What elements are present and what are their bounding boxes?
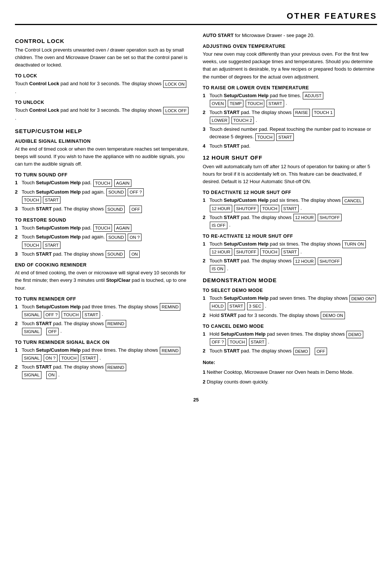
kbd-touch4: TOUCH	[22, 241, 41, 249]
kbd-touch5: TOUCH	[62, 311, 81, 318]
kbd-start: START	[43, 196, 60, 204]
section-setup-custom: SETUP/CUSTOM HELP	[15, 128, 189, 134]
kbd-off: OFF	[130, 206, 142, 213]
12hr-body: Oven will automatically turn off after 1…	[203, 163, 377, 185]
kbd-sound2: SOUND	[106, 206, 125, 213]
subsection-deactivate-12hr: TO DEACTIVATE 12 HOUR SHUT OFF	[203, 190, 377, 195]
kbd-on: ON	[130, 250, 140, 258]
kbd-remind3: REMIND	[160, 347, 180, 354]
kbd-touch11: TOUCH	[228, 338, 247, 346]
kbd-remind2: REMIND	[106, 320, 126, 327]
to-unlock-body: Touch Control Lock pad and hold for 3 se…	[15, 107, 189, 122]
kbd-touch6: TOUCH	[59, 354, 78, 362]
subsection-to-unlock: TO UNLOCK	[15, 100, 189, 105]
subsection-turn-reminder-off: TO TURN REMINDER OFF	[15, 296, 189, 302]
kbd-start9: START	[228, 302, 245, 310]
right-column: AUTO START for Microwave Drawer - see pa…	[203, 32, 377, 388]
subsection-restore-sound: TO RESTORE SOUND	[15, 218, 189, 223]
audible-body: At the end of timed cook or when the ove…	[15, 145, 189, 168]
step-raise-2: 2 Touch START pad. The display shows RAI…	[203, 109, 377, 124]
note-2: 2 Display counts down quickly.	[203, 378, 377, 386]
kbd-shutoff: SHUTOFF	[234, 205, 258, 212]
kbd-start10: START	[249, 338, 267, 346]
step-cancel-demo-1: 1 Hold Setup/Custom Help pad seven times…	[203, 330, 377, 346]
kbd-on-q: ON ?	[128, 234, 141, 241]
kbd-demoon-q: DEMO ON?	[349, 295, 376, 302]
kbd-touch3: TOUCH	[93, 224, 112, 232]
kbd-hold: HOLD	[210, 302, 225, 310]
section-control-lock: CONTROL LOCK	[15, 38, 189, 44]
kbd-signal3: SIGNAL	[22, 354, 41, 362]
section-demo-mode: DEMONSTRATION MODE	[203, 277, 377, 283]
subsection-adjusting-oven: ADJUSTING OVEN TEMPERATURE	[203, 44, 377, 49]
left-column: CONTROL LOCK The Control Lock prevents u…	[15, 32, 189, 388]
kbd-lock-off: LOCK OFF	[163, 107, 189, 114]
kbd-demo: DEMO	[346, 331, 363, 338]
kbd-on-q2: ON ?	[44, 354, 57, 362]
kbd-touch9: TOUCH	[260, 205, 279, 212]
kbd-start4: START	[81, 354, 98, 362]
kbd-shutoff2: SHUTOFF	[318, 214, 342, 221]
adjusting-oven-body: Your new oven may cook differently than …	[203, 50, 377, 81]
section-12hr-shutoff: 12 HOUR SHUT OFF	[203, 154, 377, 161]
kbd-touch2: TOUCH	[22, 196, 41, 204]
two-column-layout: CONTROL LOCK The Control Lock prevents u…	[15, 32, 377, 388]
subsection-select-demo: TO SELECT DEMO MODE	[203, 288, 377, 293]
step-restore-1: 1 Touch Setup/Custom Help pad. TOUCH AGA…	[15, 224, 189, 232]
kbd-is-on: IS ON	[210, 265, 225, 272]
subsection-end-cooking: END OF COOKING REMINDER	[15, 262, 189, 268]
kbd-temp: TEMP	[228, 100, 243, 107]
kbd-remind: REMIND	[160, 303, 180, 311]
kbd-start7: START	[281, 205, 299, 212]
kbd-raise: RAISE	[293, 109, 310, 116]
kbd-touch1: TOUCH 1	[312, 109, 335, 116]
to-lock-body: Touch Control Lock pad and hold for 3 se…	[15, 80, 189, 95]
auto-start-title: AUTO START for Microwave Drawer - see pa…	[203, 32, 377, 39]
note-title: Note:	[203, 359, 377, 366]
kbd-start8: START	[281, 248, 299, 256]
kbd-touch7: TOUCH	[246, 100, 265, 107]
kbd-lower: LOWER	[210, 117, 229, 124]
kbd-sound4: SOUND	[106, 250, 125, 258]
step-restore-2: 2 Touch Setup/Custom Help pad again. SOU…	[15, 233, 189, 249]
kbd-lock-on: LOCK ON	[163, 80, 186, 88]
step-reminder-on-1: 1 Touch Setup/Custom Help pad three time…	[15, 346, 189, 362]
kbd-demoon: DEMO ON	[321, 312, 345, 319]
kbd-off-q2: OFF ?	[44, 311, 60, 318]
kbd-signal4: SIGNAL	[22, 371, 41, 379]
kbd-demo2: DEMO	[293, 348, 310, 355]
step-sound-off-1: 1 Touch Setup/Custom Help pad. TOUCH AGA…	[15, 179, 189, 187]
step-reminder-on-2: 2 Touch START pad. The display shows REM…	[15, 363, 189, 379]
subsection-reactivate-12hr: TO RE-ACTIVATE 12 HOUR SHUT OFF	[203, 234, 377, 239]
step-sound-off-2: 2 Touch Setup/Custom Help pad again. SOU…	[15, 188, 189, 204]
subsection-reminder-back-on: TO TURN REMINDER SIGNAL BACK ON	[15, 340, 189, 345]
kbd-12hour4: 12 HOUR	[293, 258, 316, 265]
subsection-audible: AUDIBLE SIGNAL ELIMINATION	[15, 139, 189, 144]
kbd-again2: AGAIN	[114, 224, 131, 232]
page-number: 25	[15, 397, 377, 403]
step-raise-1: 1 Touch Setup/Custom Help pad five times…	[203, 92, 377, 107]
kbd-start2: START	[43, 241, 60, 249]
subsection-turn-sound-off: TO TURN SOUND OFF	[15, 172, 189, 178]
kbd-start3: START	[83, 311, 100, 318]
kbd-shutoff3: SHUTOFF	[234, 248, 258, 256]
step-demo-1: 1 Touch Setup/Custom Help pad seven time…	[203, 295, 377, 310]
kbd-touch2-r: TOUCH 2	[231, 117, 254, 124]
kbd-oven: OVEN	[210, 100, 226, 107]
kbd-sound3: SOUND	[106, 234, 126, 241]
page-header: OTHER FEATURES	[15, 11, 377, 25]
kbd-is-off: IS OFF	[210, 222, 227, 229]
step-sound-off-3: 3 Touch START pad. The display shows SOU…	[15, 205, 189, 213]
step-reminder-off-2: 2 Touch START pad. The display shows REM…	[15, 320, 189, 335]
step-deact-2: 2 Touch START pad. The display shows 12 …	[203, 214, 377, 229]
subsection-cancel-demo: TO CANCEL DEMO MODE	[203, 324, 377, 329]
kbd-12hour: 12 HOUR	[210, 205, 232, 212]
kbd-touch8: TOUCH	[255, 133, 274, 141]
kbd-off2: OFF	[46, 328, 59, 335]
step-reminder-off-1: 1 Touch Setup/Custom Help pad three time…	[15, 303, 189, 318]
note-1: 1 Neither Cooktop, Microwave Drawer nor …	[203, 369, 377, 376]
step-react-1: 1 Touch Setup/Custom Help pad six times.…	[203, 240, 377, 256]
kbd-3sec: 3 SEC	[247, 302, 263, 310]
end-cooking-body: At end of timed cooking, the oven or mic…	[15, 269, 189, 292]
kbd-on2: ON	[46, 371, 56, 379]
